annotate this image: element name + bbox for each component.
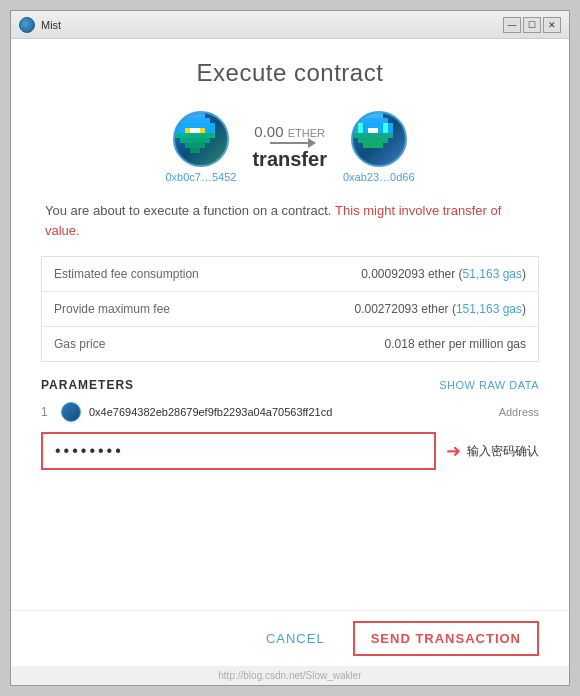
param-address: 0x4e7694382eb28679ef9fb2293a04a70563ff21…: [89, 406, 491, 418]
svg-rect-22: [383, 123, 388, 133]
window-title: Mist: [41, 19, 61, 31]
svg-rect-2: [175, 123, 215, 128]
transfer-arrow: [270, 142, 310, 144]
maximize-button[interactable]: ☐: [523, 17, 541, 33]
svg-rect-19: [358, 138, 388, 143]
table-row: Provide maximum fee 0.00272093 ether (15…: [42, 292, 539, 327]
param-row: 1 0x4e7694382eb28679ef9fb2293a04a70563ff…: [41, 402, 539, 422]
from-address-label: 0xb0c7…5452: [166, 171, 237, 183]
transfer-info: 0.00 ETHER transfer: [252, 123, 326, 171]
svg-rect-13: [358, 118, 388, 123]
svg-rect-7: [180, 138, 210, 143]
params-header: PARAMETERS SHOW RAW DATA: [41, 378, 539, 392]
to-address-label: 0xab23…0d66: [343, 171, 415, 183]
from-avatar: [173, 111, 229, 167]
password-input-wrap: [41, 432, 436, 470]
arrow-line: [270, 142, 310, 144]
svg-rect-18: [353, 133, 393, 138]
fee-value: 0.00092093 ether (51,163 gas): [315, 257, 539, 292]
main-window: Mist — ☐ ✕ Execute contract: [10, 10, 570, 686]
params-title: PARAMETERS: [41, 378, 134, 392]
svg-rect-10: [185, 128, 190, 133]
gas-price-label: Gas price: [42, 327, 315, 362]
main-content: Execute contract: [11, 39, 569, 610]
transfer-section: 0xb0c7…5452 0.00 ETHER transfer: [41, 111, 539, 183]
to-address-wrap: 0xab23…0d66: [343, 111, 415, 183]
table-row: Estimated fee consumption 0.00092093 eth…: [42, 257, 539, 292]
fee-label: Estimated fee consumption: [42, 257, 315, 292]
param-avatar: [61, 402, 81, 422]
hint-arrow-icon: ➜: [446, 440, 461, 462]
title-bar-left: Mist: [19, 17, 61, 33]
gas-price-value: 0.018 ether per million gas: [315, 327, 539, 362]
show-raw-data-button[interactable]: SHOW RAW DATA: [439, 379, 539, 391]
title-bar: Mist — ☐ ✕: [11, 11, 569, 39]
svg-rect-11: [200, 128, 205, 133]
password-input[interactable]: [41, 432, 436, 470]
cancel-button[interactable]: CANCEL: [254, 623, 337, 654]
param-type: Address: [499, 406, 539, 418]
description: You are about to execute a function on a…: [41, 201, 539, 240]
svg-rect-8: [185, 143, 205, 148]
svg-rect-4: [190, 128, 200, 133]
send-transaction-button[interactable]: SEND TRANSACTION: [353, 621, 539, 656]
svg-rect-16: [368, 128, 378, 133]
bottom-bar: CANCEL SEND TRANSACTION: [11, 610, 569, 666]
svg-rect-21: [358, 123, 363, 133]
info-table: Estimated fee consumption 0.00092093 eth…: [41, 256, 539, 362]
max-fee-label: Provide maximum fee: [42, 292, 315, 327]
to-avatar: [351, 111, 407, 167]
svg-rect-1: [180, 118, 210, 123]
transfer-label: transfer: [252, 148, 326, 171]
svg-rect-20: [363, 143, 383, 148]
max-fee-value: 0.00272093 ether (151,163 gas): [315, 292, 539, 327]
password-section: ➜ 输入密码确认: [41, 432, 539, 470]
password-hint: ➜ 输入密码确认: [446, 440, 539, 462]
svg-rect-9: [190, 148, 200, 153]
from-address-wrap: 0xb0c7…5452: [166, 111, 237, 183]
app-icon: [19, 17, 35, 33]
svg-rect-6: [175, 133, 215, 138]
param-index: 1: [41, 405, 53, 419]
svg-rect-12: [363, 113, 383, 118]
table-row: Gas price 0.018 ether per million gas: [42, 327, 539, 362]
window-controls: — ☐ ✕: [503, 17, 561, 33]
hint-text: 输入密码确认: [467, 443, 539, 460]
close-button[interactable]: ✕: [543, 17, 561, 33]
watermark: http://blog.csdn.net/Slow_wakler: [11, 666, 569, 685]
minimize-button[interactable]: —: [503, 17, 521, 33]
svg-rect-0: [185, 113, 205, 118]
page-title: Execute contract: [41, 59, 539, 87]
